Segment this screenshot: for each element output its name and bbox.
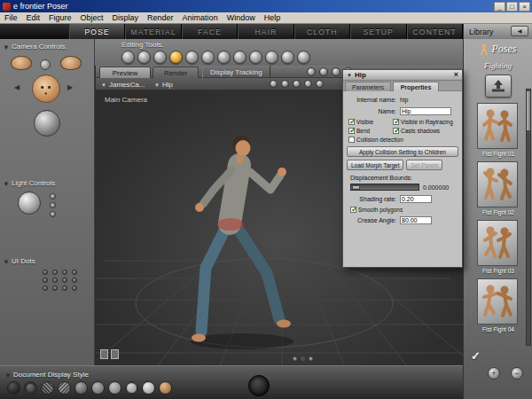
display-style-texture-shaded[interactable]: [159, 381, 172, 395]
ui-dot[interactable]: [52, 286, 58, 291]
slider-thumb-icon[interactable]: [352, 185, 360, 190]
light-delete-icon[interactable]: [50, 202, 56, 208]
scrollbar-thumb[interactable]: [527, 91, 530, 130]
camera-prev-icon[interactable]: ◀: [14, 83, 20, 91]
pane-split-icon-2[interactable]: [111, 349, 119, 359]
ui-dot[interactable]: [52, 270, 58, 275]
checkbox-casts-shadows[interactable]: Casts shadows: [393, 128, 458, 134]
pane-split-icon-1[interactable]: [100, 349, 108, 359]
room-tab-setup[interactable]: SETUP: [350, 24, 406, 39]
add-to-library-button[interactable]: +: [488, 367, 500, 379]
nav-dot[interactable]: [301, 356, 305, 361]
tool-color-button[interactable]: [233, 51, 246, 64]
display-style-knob[interactable]: [248, 375, 270, 396]
checkbox-bend[interactable]: Bend: [348, 128, 393, 134]
camera-select-icon-3[interactable]: [293, 80, 301, 88]
ui-dots-section[interactable]: ▼ UI Dots: [4, 257, 35, 265]
room-tab-pose[interactable]: POSE: [69, 24, 125, 39]
light-properties-icon[interactable]: [50, 211, 56, 217]
display-style-smooth-shaded[interactable]: [142, 381, 155, 395]
viewport-option-icon-1[interactable]: [307, 67, 316, 76]
tool-taper-button[interactable]: [201, 51, 215, 64]
display-style-hidden-line[interactable]: [58, 381, 71, 395]
display-style-flat-shaded[interactable]: [91, 381, 105, 395]
menu-figure[interactable]: Figure: [44, 12, 76, 24]
ui-dot[interactable]: [43, 286, 48, 291]
tool-chain-break-button[interactable]: [217, 51, 231, 64]
name-field[interactable]: [400, 107, 451, 115]
viewport-option-icon-2[interactable]: [319, 67, 328, 76]
close-button[interactable]: ×: [519, 2, 530, 12]
folder-up-button[interactable]: [485, 74, 512, 98]
tool-scale-button[interactable]: [185, 51, 199, 64]
palette-close-icon[interactable]: ×: [454, 71, 458, 79]
camera-trackball[interactable]: [34, 110, 60, 137]
display-style-wireframe[interactable]: [41, 381, 54, 395]
menu-window[interactable]: Window: [223, 12, 260, 24]
ui-dot[interactable]: [72, 270, 77, 275]
displacement-slider[interactable]: [350, 184, 419, 191]
crease-angle-field[interactable]: [400, 216, 432, 224]
camera-controls-section[interactable]: ▼ Camera Controls.: [4, 43, 67, 51]
document-display-style-section[interactable]: ▼ Document Display Style: [5, 371, 89, 379]
pose-thumbnail-3[interactable]: [477, 220, 518, 266]
display-style-flat-lined[interactable]: [108, 381, 121, 395]
display-tracking-control[interactable]: Display Tracking: [202, 66, 270, 78]
maximize-button[interactable]: □: [506, 2, 518, 12]
ui-dot[interactable]: [62, 286, 67, 291]
menu-help[interactable]: Help: [260, 12, 286, 24]
menu-animation[interactable]: Animation: [178, 12, 223, 24]
tool-rotate-button[interactable]: [121, 51, 135, 64]
light-ball[interactable]: [18, 192, 41, 215]
checkbox-collision-detection[interactable]: Collision detection: [348, 137, 458, 143]
room-tab-hair[interactable]: HAIR: [238, 24, 293, 39]
ui-dot[interactable]: [43, 270, 48, 275]
camera-name-label[interactable]: Main Camera: [105, 96, 147, 104]
checkbox-smooth-polygons[interactable]: Smooth polygons: [350, 207, 462, 213]
room-tab-cloth[interactable]: CLOTH: [294, 24, 350, 39]
apply-library-item-button[interactable]: ✓: [471, 349, 481, 363]
camera-select-icon-1[interactable]: [270, 80, 278, 88]
load-morph-target-button[interactable]: Load Morph Target: [347, 160, 403, 170]
viewport-option-icon-3[interactable]: [332, 67, 340, 76]
minimize-button[interactable]: _: [494, 2, 505, 12]
menu-render[interactable]: Render: [143, 12, 178, 24]
tool-view-magnifier-button[interactable]: [265, 51, 278, 64]
camera-select-icon-2[interactable]: [281, 80, 289, 88]
camera-next-icon[interactable]: ▶: [67, 83, 73, 91]
tool-grouping-button[interactable]: [249, 51, 262, 64]
nav-dot[interactable]: [293, 356, 297, 361]
library-scrollbar[interactable]: [526, 89, 531, 346]
tab-parameters[interactable]: Parameters: [345, 82, 391, 91]
tool-morphing-button[interactable]: [281, 51, 294, 64]
display-style-silhouette[interactable]: [7, 381, 20, 395]
display-style-cartoon[interactable]: [125, 381, 138, 395]
room-tab-content[interactable]: CONTENT: [407, 24, 463, 39]
display-style-lit-wireframe[interactable]: [74, 381, 88, 395]
tab-render[interactable]: Render: [153, 66, 199, 78]
room-tab-material[interactable]: MATERIAL: [125, 24, 181, 39]
menu-display[interactable]: Display: [108, 12, 144, 24]
ui-dot[interactable]: [62, 270, 67, 275]
room-tab-face[interactable]: FACE: [182, 24, 238, 39]
set-parent-button[interactable]: Set Parent: [406, 160, 442, 170]
pose-thumbnail-4[interactable]: [477, 278, 518, 325]
ui-dot[interactable]: [62, 278, 67, 283]
ui-dot[interactable]: [72, 286, 77, 291]
menu-file[interactable]: File: [0, 12, 22, 24]
tool-twist-button[interactable]: [137, 51, 151, 64]
ui-dot[interactable]: [52, 278, 58, 283]
remove-from-library-button[interactable]: −: [511, 367, 523, 379]
pose-thumbnail-1[interactable]: [477, 103, 518, 149]
palette-disclosure-icon[interactable]: ▼: [347, 73, 352, 78]
face-camera-icon[interactable]: [32, 74, 60, 103]
tool-direct-manipulation-button[interactable]: [297, 51, 310, 64]
figure-selector[interactable]: ▼ JamesCa...: [101, 81, 145, 89]
actor-selector[interactable]: ▼ Hip: [154, 81, 173, 89]
light-create-icon[interactable]: [50, 193, 56, 200]
tool-translate-inout-button[interactable]: [169, 51, 183, 64]
shading-rate-field[interactable]: [400, 195, 432, 203]
checkbox-visible-raytracing[interactable]: Visible in Raytracing: [393, 119, 458, 125]
camera-select-icon-5[interactable]: [316, 80, 324, 88]
viewport-nav-dots[interactable]: [293, 356, 313, 361]
